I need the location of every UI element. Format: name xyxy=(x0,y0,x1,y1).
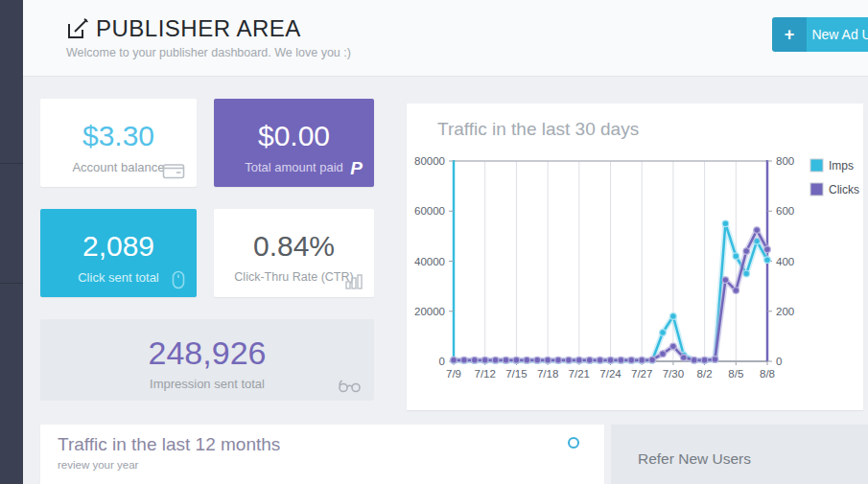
ctr-card[interactable]: 0.84% Click-Thru Rate (CTR) xyxy=(214,209,374,297)
svg-text:7/9: 7/9 xyxy=(446,368,461,380)
impressions-card[interactable]: 248,926 Impression sent total xyxy=(40,319,374,401)
svg-text:7/18: 7/18 xyxy=(537,368,558,380)
mouse-icon xyxy=(172,270,185,289)
svg-text:20000: 20000 xyxy=(414,306,445,317)
svg-text:600: 600 xyxy=(776,205,794,217)
refer-new-users-panel[interactable]: Refer New Users xyxy=(611,425,868,484)
total-paid-value: $0.00 xyxy=(214,120,374,152)
impressions-value: 248,926 xyxy=(40,334,374,372)
total-paid-card[interactable]: $0.00 Total amount paid P xyxy=(214,99,374,187)
traffic-12mo-subtitle: review your year xyxy=(58,459,138,471)
svg-text:80000: 80000 xyxy=(414,155,445,167)
account-balance-value: $3.30 xyxy=(40,120,197,152)
click-total-card[interactable]: 2,089 Click sent total xyxy=(40,209,197,297)
svg-text:7/24: 7/24 xyxy=(599,368,622,380)
account-balance-card[interactable]: $3.30 Account balance xyxy=(40,99,197,187)
traffic-30d-card: Traffic in the last 30 days 7/97/127/157… xyxy=(407,104,863,410)
svg-text:7/30: 7/30 xyxy=(663,368,684,380)
glasses-icon xyxy=(338,380,363,393)
bar-chart-icon xyxy=(345,274,363,289)
page-title: PUBLISHER AREA xyxy=(96,15,301,42)
sidebar-divider xyxy=(0,283,23,284)
sidebar-divider xyxy=(0,163,23,164)
svg-text:0: 0 xyxy=(439,356,445,367)
svg-text:Clicks: Clicks xyxy=(829,183,859,196)
svg-text:800: 800 xyxy=(776,155,794,167)
svg-text:8/5: 8/5 xyxy=(728,368,743,380)
loading-spinner-icon xyxy=(568,437,579,449)
new-ad-unit-button[interactable]: + New Ad Unit xyxy=(772,17,868,52)
svg-text:7/15: 7/15 xyxy=(505,368,527,380)
sidebar-rail[interactable] xyxy=(0,0,23,484)
svg-text:7/21: 7/21 xyxy=(569,368,590,380)
page-subtitle: Welcome to your publisher dashboard. We … xyxy=(66,46,351,59)
svg-text:7/12: 7/12 xyxy=(475,368,496,380)
svg-text:8/8: 8/8 xyxy=(760,368,775,380)
refer-new-users-title: Refer New Users xyxy=(638,450,751,468)
svg-text:8/2: 8/2 xyxy=(697,368,713,380)
edit-compose-icon xyxy=(65,16,90,41)
svg-text:0: 0 xyxy=(776,356,782,367)
ctr-value: 0.84% xyxy=(214,230,374,263)
svg-text:40000: 40000 xyxy=(414,256,445,267)
svg-text:Imps: Imps xyxy=(829,159,854,173)
paypal-icon: P xyxy=(350,158,363,179)
wallet-icon xyxy=(162,162,185,179)
svg-text:400: 400 xyxy=(776,256,794,267)
svg-text:200: 200 xyxy=(776,306,794,317)
publisher-dashboard: PUBLISHER AREA Welcome to your publisher… xyxy=(0,0,868,484)
page-header: PUBLISHER AREA Welcome to your publisher… xyxy=(23,0,868,77)
traffic-30d-chart[interactable]: 7/97/127/157/187/217/247/277/308/28/58/8… xyxy=(407,104,863,410)
svg-text:7/27: 7/27 xyxy=(631,368,652,380)
traffic-12mo-card[interactable]: Traffic in the last 12 months review you… xyxy=(40,425,604,484)
plus-icon: + xyxy=(772,17,807,52)
impressions-label: Impression sent total xyxy=(40,377,374,391)
traffic-12mo-title: Traffic in the last 12 months xyxy=(58,434,280,455)
new-ad-unit-label: New Ad Unit xyxy=(807,17,868,52)
svg-text:60000: 60000 xyxy=(414,205,445,217)
click-total-value: 2,089 xyxy=(40,230,197,263)
